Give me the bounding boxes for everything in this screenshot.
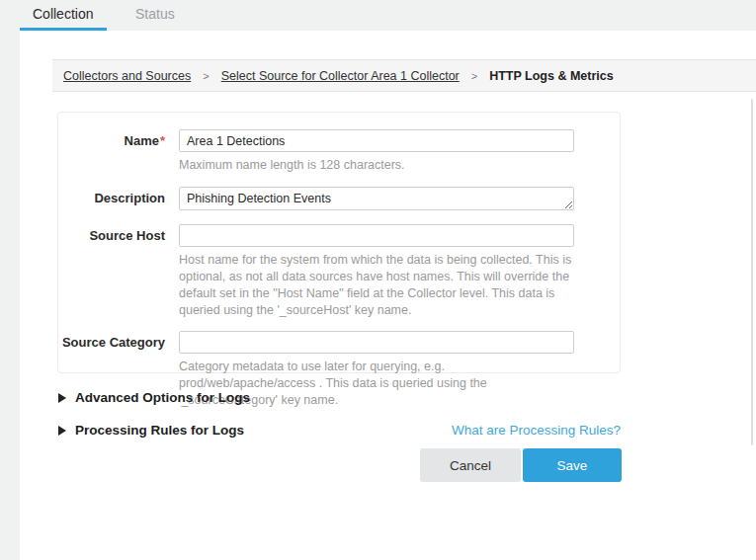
source-host-field-row: Source Host Host name for the system fro…	[58, 224, 620, 319]
required-asterisk: *	[160, 133, 165, 148]
name-label-text: Name	[125, 133, 159, 148]
breadcrumb-collectors-and-sources[interactable]: Collectors and Sources	[63, 69, 191, 83]
breadcrumb-select-source[interactable]: Select Source for Collector Area 1 Colle…	[221, 69, 460, 83]
collapse-triangle-icon	[58, 393, 66, 403]
name-label: Name*	[58, 129, 165, 174]
source-host-label: Source Host	[58, 224, 165, 319]
save-button[interactable]: Save	[523, 448, 622, 482]
breadcrumb-current-page: HTTP Logs & Metrics	[489, 69, 613, 83]
name-help-text: Maximum name length is 128 characters.	[179, 157, 574, 174]
breadcrumb-separator: >	[203, 70, 209, 82]
source-category-input[interactable]	[179, 331, 574, 354]
name-field-row: Name* Maximum name length is 128 charact…	[58, 129, 620, 174]
source-host-help-text: Host name for the system from which the …	[179, 252, 574, 319]
description-label: Description	[58, 187, 165, 214]
processing-rules-title[interactable]: Processing Rules for Logs	[75, 423, 244, 438]
description-field-row: Description Phishing Detection Events	[58, 187, 620, 214]
breadcrumb: Collectors and Sources > Select Source f…	[52, 59, 756, 92]
scrollbar[interactable]	[751, 99, 753, 445]
name-input[interactable]	[179, 129, 574, 152]
source-config-form: Name* Maximum name length is 128 charact…	[57, 112, 621, 373]
advanced-options-section[interactable]: Advanced Options for Logs	[57, 390, 621, 405]
source-host-input[interactable]	[179, 224, 574, 247]
tab-collection[interactable]: Collection	[33, 6, 93, 22]
breadcrumb-separator: >	[471, 70, 477, 82]
tab-status[interactable]: Status	[135, 6, 175, 22]
content-panel: Collectors and Sources > Select Source f…	[20, 31, 756, 560]
cancel-button[interactable]: Cancel	[420, 448, 521, 482]
form-actions: Cancel Save	[57, 448, 622, 482]
description-textarea[interactable]: Phishing Detection Events	[179, 187, 574, 210]
tab-bar: Collection Status	[0, 0, 756, 31]
what-are-processing-rules-link[interactable]: What are Processing Rules?	[452, 423, 621, 438]
advanced-options-title[interactable]: Advanced Options for Logs	[75, 390, 250, 405]
processing-rules-section[interactable]: Processing Rules for Logs What are Proce…	[57, 423, 621, 438]
collapse-triangle-icon	[58, 426, 66, 436]
